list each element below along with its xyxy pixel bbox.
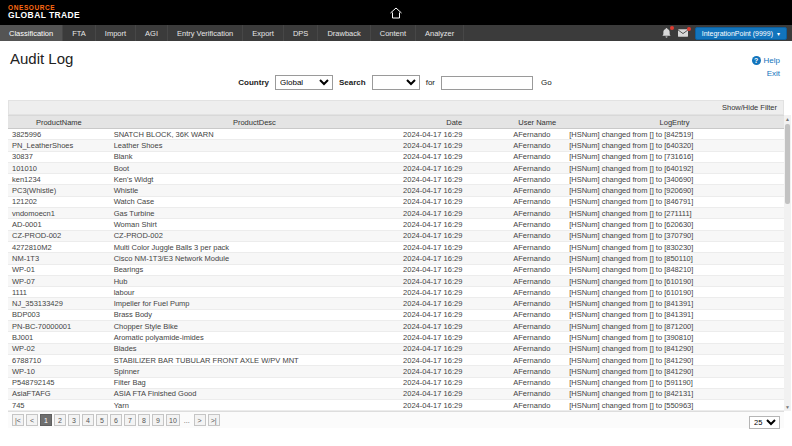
page-button-4[interactable]: 4 — [82, 414, 94, 426]
cell-user-name: AFernando — [509, 253, 565, 264]
cell-log-entry: [HSNum] changed from [] to [830230] — [565, 241, 784, 252]
page-button-5[interactable]: 5 — [96, 414, 108, 426]
table-row[interactable]: 4272810M2Multi Color Juggle Balls 3 per … — [8, 241, 784, 252]
table-row[interactable]: 121202Watch Case2024-04-17 16:29AFernand… — [8, 196, 784, 207]
column-header-user-name[interactable]: User Name — [509, 116, 565, 129]
cell-product-desc: Chopper Style Bike — [110, 321, 399, 332]
cell-product-name: BDP003 — [8, 309, 110, 320]
table-row[interactable]: 1111labour2024-04-17 16:29AFernando[HSNu… — [8, 287, 784, 298]
vertical-scrollbar[interactable]: ▲ ▼ — [784, 115, 791, 411]
last-page-button[interactable]: >| — [208, 414, 220, 426]
page-button-3[interactable]: 3 — [68, 414, 80, 426]
cell-log-entry: [HSNum] changed from [] to [920690] — [565, 185, 784, 196]
table-row[interactable]: P548792145Filter Bag2024-04-17 16:29AFer… — [8, 377, 784, 388]
table-row[interactable]: AsiaFTAFGASIA FTA Finished Good2024-04-1… — [8, 388, 784, 399]
more-pages-button[interactable]: ... — [182, 417, 192, 424]
page-button-10[interactable]: 10 — [166, 414, 180, 426]
table-row[interactable]: 3825996SNATCH BLOCK, 36K WARN2024-04-17 … — [8, 129, 784, 140]
first-page-button[interactable]: |< — [12, 414, 24, 426]
next-page-button[interactable]: > — [194, 414, 206, 426]
cell-log-entry: [HSNum] changed from [] to [610190] — [565, 275, 784, 286]
audit-log-table: ProductNameProductDescDateUser NameLogEn… — [8, 115, 784, 411]
nav-tab-drawback[interactable]: Drawback — [318, 25, 370, 41]
table-row[interactable]: NM-1T3Cisco NM-1T3/E3 Network Module2024… — [8, 253, 784, 264]
nav-tab-fta[interactable]: FTA — [63, 25, 96, 41]
table-row[interactable]: WP-10Spinner2024-04-17 16:29AFernando[HS… — [8, 366, 784, 377]
table-row[interactable]: 745Yarn2024-04-17 16:29AFernando[HSNum] … — [8, 400, 784, 411]
column-header-product-name[interactable]: ProductName — [8, 116, 110, 129]
filter-row: Country Global Search for Go — [8, 75, 784, 90]
column-header-date[interactable]: Date — [399, 116, 509, 129]
home-icon[interactable] — [390, 7, 403, 19]
table-row[interactable]: 6788710STABILIZER BAR TUBULAR FRONT AXLE… — [8, 354, 784, 365]
cell-date: 2024-04-17 16:29 — [399, 174, 509, 185]
table-row[interactable]: AD-0001Woman Shirt2024-04-17 16:29AFerna… — [8, 219, 784, 230]
cell-product-name: WP-02 — [8, 343, 110, 354]
search-field-select[interactable] — [372, 75, 420, 90]
table-row[interactable]: WP-02Blades2024-04-17 16:29AFernando[HSN… — [8, 343, 784, 354]
cell-product-name: PN_LeatherShoes — [8, 140, 110, 151]
nav-tab-content[interactable]: Content — [371, 25, 416, 41]
page-title: Audit Log — [10, 50, 784, 67]
search-input[interactable] — [441, 76, 533, 90]
cell-user-name: AFernando — [509, 219, 565, 230]
country-select[interactable]: Global — [275, 75, 333, 90]
cell-product-name: NJ_353133429 — [8, 298, 110, 309]
table-row[interactable]: PN-BC-70000001Chopper Style Bike2024-04-… — [8, 321, 784, 332]
messages-mail-icon[interactable] — [678, 29, 688, 37]
table-row[interactable]: BJ001Aromatic polyamide-imides2024-04-17… — [8, 332, 784, 343]
scroll-down-icon[interactable]: ▼ — [784, 403, 791, 411]
cell-product-name: CZ-PROD-002 — [8, 230, 110, 241]
cell-date: 2024-04-17 16:29 — [399, 162, 509, 173]
table-row[interactable]: NJ_353133429Impeller for Fuel Pump2024-0… — [8, 298, 784, 309]
help-link[interactable]: ? Help — [752, 56, 780, 65]
page-button-6[interactable]: 6 — [110, 414, 122, 426]
scroll-up-icon[interactable]: ▲ — [784, 115, 791, 123]
account-menu-button[interactable]: IntegrationPoint (9999) ▾ — [695, 27, 787, 40]
show-hide-filter-link[interactable]: Show/Hide Filter — [722, 103, 777, 112]
cell-user-name: AFernando — [509, 129, 565, 140]
table-row[interactable]: WP-07Hub2024-04-17 16:29AFernando[HSNum]… — [8, 275, 784, 286]
column-header-log-entry[interactable]: LogEntry — [565, 116, 784, 129]
table-row[interactable]: WP-01Bearings2024-04-17 16:29AFernando[H… — [8, 264, 784, 275]
cell-date: 2024-04-17 16:29 — [399, 309, 509, 320]
nav-tab-dps[interactable]: DPS — [284, 25, 318, 41]
page-button-9[interactable]: 9 — [152, 414, 164, 426]
column-header-product-desc[interactable]: ProductDesc — [110, 116, 399, 129]
cell-date: 2024-04-17 16:29 — [399, 354, 509, 365]
prev-page-button[interactable]: < — [26, 414, 38, 426]
table-row[interactable]: CZ-PROD-002CZ-PROD-0022024-04-17 16:29AF… — [8, 230, 784, 241]
scrollbar-thumb[interactable] — [785, 124, 790, 204]
page-size-select[interactable]: 25 — [749, 416, 780, 429]
nav-tab-agi[interactable]: AGI — [136, 25, 168, 41]
page-button-7[interactable]: 7 — [124, 414, 136, 426]
top-bar: ONESOURCE GLOBAL TRADE — [0, 0, 792, 25]
cell-product-name: NM-1T3 — [8, 253, 110, 264]
table-row[interactable]: ken1234Ken's Widgt2024-04-17 16:29AFerna… — [8, 174, 784, 185]
nav-tab-export[interactable]: Export — [243, 25, 284, 41]
cell-date: 2024-04-17 16:29 — [399, 208, 509, 219]
cell-product-desc: Hub — [110, 275, 399, 286]
table-row[interactable]: 101010Boot2024-04-17 16:29AFernando[HSNu… — [8, 162, 784, 173]
table-row[interactable]: 30837Blank2024-04-17 16:29AFernando[HSNu… — [8, 151, 784, 162]
pagination-bar: |< < 12345678910 ... > >| 25 — [8, 411, 784, 428]
page-button-1[interactable]: 1 — [40, 414, 52, 426]
cell-product-name: ken1234 — [8, 174, 110, 185]
cell-date: 2024-04-17 16:29 — [399, 321, 509, 332]
nav-tab-analyzer[interactable]: Analyzer — [416, 25, 464, 41]
cell-product-desc: Woman Shirt — [110, 219, 399, 230]
notifications-bell-icon[interactable] — [662, 28, 671, 38]
exit-link[interactable]: Exit — [752, 69, 780, 78]
table-row[interactable]: PN_LeatherShoesLeather Shoes2024-04-17 1… — [8, 140, 784, 151]
nav-tab-entry-verification[interactable]: Entry Verification — [168, 25, 243, 41]
nav-tab-classification[interactable]: Classification — [0, 25, 63, 41]
table-row[interactable]: BDP003Brass Body2024-04-17 16:29AFernand… — [8, 309, 784, 320]
page-button-2[interactable]: 2 — [54, 414, 66, 426]
nav-tab-import[interactable]: Import — [96, 25, 136, 41]
cell-log-entry: [HSNum] changed from [] to [550963] — [565, 400, 784, 411]
table-row[interactable]: vndomoecn1Gas Turbine2024-04-17 16:29AFe… — [8, 208, 784, 219]
page-button-8[interactable]: 8 — [138, 414, 150, 426]
go-button[interactable]: Go — [539, 78, 554, 87]
cell-user-name: AFernando — [509, 377, 565, 388]
table-row[interactable]: PC3(Whistle)Whistle2024-04-17 16:29AFern… — [8, 185, 784, 196]
